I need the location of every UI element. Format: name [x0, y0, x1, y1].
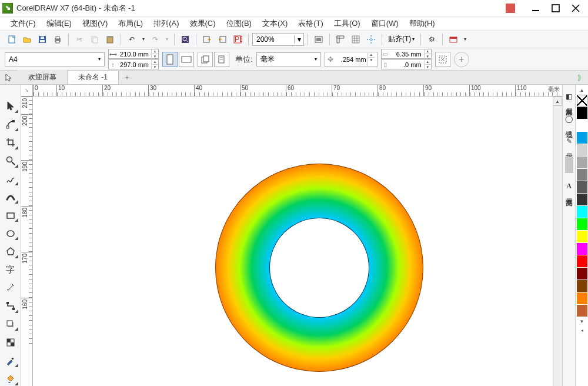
options-icon[interactable]: ⚙ [425, 32, 439, 46]
app-launcher-icon[interactable] [446, 32, 460, 46]
docker-lens[interactable]: ◯透镜 [562, 109, 576, 131]
freehand-tool[interactable] [2, 172, 19, 187]
chevron-down-icon[interactable]: ▾ [294, 35, 303, 44]
paste-icon[interactable] [103, 32, 117, 46]
connector-tool[interactable] [2, 299, 19, 314]
horizontal-ruler[interactable]: 0 10 20 30 40 50 60 70 80 90 100 110 毫米 [33, 85, 562, 96]
swatch[interactable] [577, 206, 587, 218]
swatch[interactable] [577, 268, 587, 279]
crop-tool[interactable] [2, 135, 19, 150]
interactive-fill-tool[interactable] [2, 371, 19, 386]
close-button[interactable] [566, 2, 586, 15]
ruler-origin-icon[interactable]: ↘ [21, 85, 33, 96]
docker-grip[interactable] [565, 157, 573, 173]
add-preset-button[interactable]: + [454, 52, 469, 67]
spinner[interactable]: ▲▼ [424, 60, 431, 69]
menu-tools[interactable]: 工具(O) [329, 17, 365, 30]
docker-hints[interactable]: ✎提示 [562, 132, 576, 153]
swatch[interactable] [577, 169, 587, 181]
docker-object-properties[interactable]: ◧对象属性 [562, 87, 576, 108]
duplicate-y-input[interactable]: ▯.0 mm▲▼ [381, 59, 432, 69]
spinner[interactable]: ▲▼ [424, 49, 431, 59]
menu-text[interactable]: 文本(X) [258, 17, 292, 30]
save-icon[interactable] [35, 32, 49, 46]
swatch[interactable] [577, 243, 587, 255]
rainbow-ring-object[interactable] [215, 164, 423, 372]
transparency-tool[interactable] [2, 335, 19, 350]
landscape-button[interactable] [179, 52, 194, 67]
chevron-down-icon[interactable]: ▾ [96, 56, 103, 62]
palette-scroll-up[interactable]: ▲ [576, 86, 588, 94]
all-pages-button[interactable] [198, 52, 213, 67]
docker-expand-icon[interactable]: ⟫ [570, 71, 588, 84]
duplicate-x-input[interactable]: ▭6.35 mm▲▼ [381, 49, 432, 59]
swatch[interactable] [577, 280, 587, 292]
search-content-icon[interactable] [178, 32, 192, 46]
nudge-distance-input[interactable]: ✥ .254 mm ▲▼ [325, 52, 377, 67]
show-guidelines-icon[interactable] [364, 32, 378, 46]
fullscreen-preview-icon[interactable] [312, 32, 326, 46]
open-icon[interactable] [20, 32, 34, 46]
menu-arrange[interactable]: 排列(A) [149, 17, 183, 30]
swatch[interactable] [577, 255, 587, 267]
shape-tool[interactable] [2, 117, 19, 132]
app-launcher-drop-icon[interactable]: ▾ [462, 32, 469, 46]
minimize-button[interactable] [526, 2, 546, 15]
tab-untitled-1[interactable]: 未命名 -1 [68, 70, 119, 84]
import-icon[interactable] [200, 32, 214, 46]
menu-edit[interactable]: 编辑(E) [42, 17, 76, 30]
page-width-input[interactable]: ⟷210.0 mm▲▼ [108, 49, 159, 59]
page-height-input[interactable]: ↕297.0 mm▲▼ [108, 59, 159, 69]
vertical-scrollbar[interactable] [553, 106, 562, 386]
menu-effects[interactable]: 效果(C) [185, 17, 220, 30]
palette-scroll-down[interactable]: ▼ [576, 317, 588, 325]
publish-pdf-icon[interactable]: PDF [230, 32, 245, 46]
menu-layout[interactable]: 布局(L) [113, 17, 148, 30]
drawing-units-combo[interactable]: 毫米 ▾ [256, 52, 321, 66]
swatch[interactable] [577, 107, 587, 119]
swatch[interactable] [577, 292, 587, 304]
zoom-level-combo[interactable]: 200% ▾ [252, 33, 304, 46]
swatch[interactable] [577, 157, 587, 168]
swatch[interactable] [577, 119, 587, 131]
menu-window[interactable]: 窗口(W) [366, 17, 403, 30]
user-account-icon[interactable] [506, 4, 515, 13]
color-eyedropper-tool[interactable] [2, 353, 19, 368]
menu-table[interactable]: 表格(T) [293, 17, 328, 30]
polygon-tool[interactable] [2, 244, 19, 259]
swatch[interactable] [577, 194, 587, 205]
text-tool[interactable]: 字 [2, 262, 19, 277]
redo-drop-icon[interactable]: ▾ [163, 32, 171, 46]
menu-file[interactable]: 文件(F) [6, 17, 41, 30]
swatch[interactable] [577, 231, 587, 242]
snap-to-dropdown[interactable]: 贴齐(T)▾ [386, 33, 417, 45]
tab-welcome-screen[interactable]: 欢迎屏幕 [18, 70, 68, 84]
swatch[interactable] [577, 144, 587, 156]
redo-icon[interactable]: ↷ [148, 32, 162, 46]
portrait-button[interactable] [162, 52, 178, 67]
swatch-no-color[interactable] [577, 95, 587, 107]
maximize-button[interactable] [546, 2, 566, 15]
ellipse-tool[interactable] [2, 226, 19, 241]
swatch[interactable] [577, 132, 587, 144]
undo-icon[interactable]: ↶ [125, 32, 139, 46]
cut-icon[interactable]: ✂ [72, 32, 86, 46]
swatch[interactable] [577, 305, 587, 317]
docker-text-properties[interactable]: A文本属性 [562, 177, 576, 198]
spinner[interactable]: ▲▼ [151, 60, 158, 69]
parallel-dimension-tool[interactable] [2, 281, 19, 295]
menu-help[interactable]: 帮助(H) [405, 17, 440, 30]
spinner[interactable]: ▲▼ [151, 49, 158, 59]
drop-shadow-tool[interactable] [2, 317, 19, 332]
new-tab-button[interactable]: + [119, 71, 135, 84]
undo-drop-icon[interactable]: ▾ [140, 32, 147, 46]
swatch[interactable] [577, 218, 587, 230]
vertical-ruler[interactable]: 210 200 190 180 170 160 [21, 96, 33, 386]
export-icon[interactable] [215, 32, 229, 46]
new-icon[interactable] [5, 32, 19, 46]
menu-view[interactable]: 视图(V) [78, 17, 112, 30]
chevron-down-icon[interactable]: ▾ [312, 56, 319, 62]
show-grid-icon[interactable] [349, 32, 363, 46]
artistic-media-tool[interactable] [2, 189, 19, 204]
paper-size-combo[interactable]: A4 ▾ [5, 52, 105, 66]
